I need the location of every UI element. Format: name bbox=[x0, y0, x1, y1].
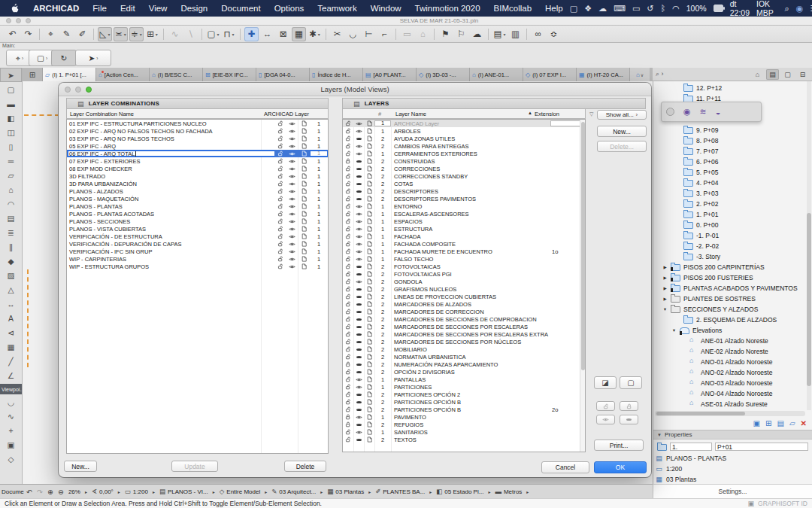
ok-button[interactable]: OK bbox=[594, 461, 647, 473]
layer-lock-toggle[interactable] bbox=[343, 188, 353, 194]
intersection-group-number[interactable]: 1 bbox=[310, 143, 328, 150]
layer-visibility-toggle[interactable] bbox=[353, 287, 364, 292]
layer-lock-toggle[interactable] bbox=[343, 233, 353, 239]
layer-visibility-toggle[interactable] bbox=[353, 219, 364, 224]
layers-list-scrollbar[interactable] bbox=[580, 120, 585, 452]
layer-display-mode-toggle[interactable] bbox=[364, 188, 374, 194]
toolbar-button[interactable] bbox=[526, 29, 527, 40]
lock-icon[interactable] bbox=[277, 135, 283, 141]
morph-tool[interactable]: ◆ bbox=[0, 254, 22, 268]
combination-name[interactable]: 3D PARA URBANIZACIÓN bbox=[67, 181, 274, 187]
text-tool[interactable]: A bbox=[0, 311, 22, 325]
layer-row[interactable]: 2 FOTOVOLTAICAS PGI bbox=[343, 270, 585, 278]
layer-lock-toggle[interactable] bbox=[343, 166, 353, 172]
layer-display-mode-toggle[interactable] bbox=[364, 241, 374, 247]
saved-views-icon[interactable]: ▤ bbox=[492, 27, 507, 41]
menu-item[interactable]: BIMcollab bbox=[494, 4, 532, 13]
layer-group-number[interactable]: 1 bbox=[374, 429, 391, 436]
display-mode-icon[interactable] bbox=[301, 158, 307, 164]
layer-visibility-toggle[interactable] bbox=[353, 151, 364, 157]
layer-combination-row[interactable]: VERIFICACIÓN - DEPURACIÓN DE CAPAS 1 bbox=[67, 240, 328, 248]
layer-name[interactable]: FALSO TECHO bbox=[391, 256, 550, 263]
f[interactable]: ▦ bbox=[0, 339, 22, 354]
layer-lock-toggle[interactable] bbox=[343, 391, 353, 397]
fillet-icon[interactable]: ◡ bbox=[346, 27, 360, 41]
navigator-tree-item[interactable]: -2. P-02 bbox=[653, 241, 807, 251]
layer-visibility-toggle[interactable] bbox=[353, 159, 364, 164]
layer-group-number[interactable]: 1 bbox=[374, 151, 391, 157]
layer-display-mode-toggle[interactable] bbox=[364, 135, 374, 141]
layer-row[interactable]: 1 ARBOLES bbox=[343, 127, 585, 135]
layer-combination-row[interactable]: 3D FILTRADO 1 bbox=[67, 172, 328, 180]
combination-name[interactable]: PLANOS - MAQUETACIÓN bbox=[67, 196, 274, 202]
layer-name[interactable]: ENTORNO bbox=[391, 203, 550, 210]
layer-display-mode-toggle[interactable] bbox=[364, 286, 374, 292]
apple-menu-icon[interactable] bbox=[11, 3, 19, 14]
layer-lock-toggle[interactable] bbox=[343, 143, 353, 149]
layer-row[interactable]: 2 NORMATIVA URBANISTICA bbox=[343, 353, 585, 360]
layer-lock-toggle[interactable] bbox=[343, 376, 353, 382]
layer-lock-toggle[interactable] bbox=[343, 399, 353, 405]
layer-name[interactable]: ESCALERAS-ASCENSORES bbox=[391, 211, 550, 217]
layer-visibility-toggle[interactable] bbox=[353, 317, 364, 322]
scale-value[interactable]: 1:200 bbox=[666, 465, 682, 473]
graphisoft-id-icon[interactable]: ▣ bbox=[748, 500, 755, 507]
layer-combination-row[interactable]: 03 EXP IFC - ARQ NO FALSOS TECHOS 1 bbox=[67, 135, 328, 142]
display-mode-icon[interactable] bbox=[301, 143, 307, 149]
menu-item[interactable]: Edit bbox=[120, 4, 135, 13]
dropbox-icon[interactable]: ❖ bbox=[584, 4, 592, 14]
combination-name[interactable]: VERIFICACIÓN - DEPURACIÓN DE CAPAS bbox=[67, 241, 274, 248]
split-icon[interactable]: ✂ bbox=[330, 27, 344, 41]
layer-row[interactable]: 1 FACHADA bbox=[343, 233, 585, 240]
col-archicad-layer[interactable]: ARCHICAD Layer bbox=[264, 111, 309, 117]
navigator-tree-item[interactable]: -1. P-01 bbox=[653, 230, 807, 241]
palette-grip-icon[interactable] bbox=[666, 108, 674, 116]
lock-icon[interactable] bbox=[277, 263, 283, 269]
combination-name[interactable]: VERIFICACIÓN - DE ESTRUCTURA bbox=[67, 233, 274, 240]
display-mode-icon[interactable] bbox=[301, 128, 307, 134]
navigator-tree-item[interactable]: ▶ PLANTES DE SOSTRES bbox=[653, 294, 807, 304]
layer-group-number[interactable]: 1 bbox=[374, 414, 391, 421]
layer-visibility-toggle[interactable] bbox=[353, 166, 364, 172]
combination-name[interactable]: PLANOS - PLANTAS ACOTADAS bbox=[67, 211, 274, 217]
publisher-icon[interactable]: ⊟ bbox=[796, 69, 809, 80]
document-tab[interactable]: ⌂ (I) B/ESC C... bbox=[150, 68, 203, 81]
solid-display-button[interactable]: ◪ bbox=[594, 376, 617, 389]
menu-item[interactable]: Teamwork bbox=[317, 4, 356, 13]
navigator-tree-item[interactable]: 7. P+07 bbox=[653, 146, 807, 157]
layer-combination-row[interactable]: PLANOS - PLANTAS ACOTADAS 1 bbox=[67, 210, 328, 217]
eye-icon[interactable] bbox=[289, 264, 295, 269]
layer-lock-toggle[interactable] bbox=[343, 151, 353, 157]
layer-row[interactable]: 2 TEXTOS bbox=[343, 436, 585, 443]
link-view-icon[interactable]: ▱ bbox=[789, 419, 795, 427]
zoom-window-icon[interactable] bbox=[26, 18, 31, 23]
gravity-icon[interactable]: ∿ bbox=[168, 27, 182, 41]
lock-icon[interactable] bbox=[277, 196, 283, 202]
move-transform-icon[interactable]: ✚ bbox=[244, 27, 259, 41]
menu-item[interactable]: Design bbox=[180, 4, 208, 13]
layer-display-mode-toggle[interactable] bbox=[364, 211, 374, 217]
layer-display-mode-toggle[interactable] bbox=[364, 218, 374, 224]
layer-group-number[interactable]: 1 bbox=[374, 218, 391, 225]
combination-name[interactable]: 01 EXP IFC - ESTRUCTURA PARTICIONES NUCL… bbox=[67, 120, 274, 127]
layer-combination-row[interactable]: VERIFICACIÓN - IFC SIN GRUP 1 bbox=[67, 248, 328, 255]
layer-combination[interactable]: ▤PLANOS - VI... bbox=[159, 488, 220, 495]
flag-icon[interactable]: ⚑ bbox=[438, 27, 453, 41]
layer-visibility-toggle[interactable] bbox=[353, 144, 364, 149]
zone-tool[interactable]: ▨ bbox=[0, 268, 22, 282]
door-tool[interactable]: ◧ bbox=[0, 111, 22, 125]
grid-snap-icon[interactable]: ⊞ bbox=[145, 27, 159, 41]
navigator-tree-item[interactable]: 2. P+02 bbox=[653, 199, 807, 209]
layer-combination-value[interactable]: PLANOS - PLANTAS bbox=[666, 455, 726, 462]
layer-lock-toggle[interactable] bbox=[343, 316, 353, 322]
layer-group-number[interactable]: 1 bbox=[374, 120, 391, 126]
snap-points-icon[interactable]: ≑ bbox=[129, 27, 144, 41]
layer-display-mode-toggle[interactable] bbox=[364, 324, 374, 330]
display-mode-icon[interactable] bbox=[301, 166, 307, 172]
toolbar-button[interactable] bbox=[488, 29, 489, 40]
lock-icon[interactable] bbox=[277, 151, 283, 157]
flag-add-icon[interactable]: ⚐ bbox=[454, 27, 468, 41]
document-tab[interactable]: ▯ [DGA 04-0... bbox=[256, 68, 310, 81]
layer-name[interactable]: ESPACIOS bbox=[391, 218, 550, 225]
model-view-options[interactable]: ▦03 Plantas bbox=[327, 488, 375, 495]
